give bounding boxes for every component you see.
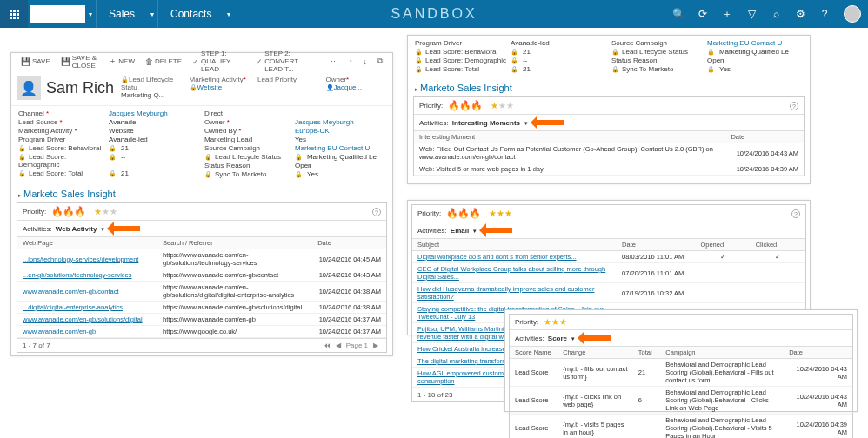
column-header[interactable]: Interesting Moment <box>414 131 725 143</box>
field-row[interactable]: 🔒Lead Score: Total🔒 21 <box>415 65 606 73</box>
table-row[interactable]: ...ions/technology-services/developmenth… <box>17 249 386 269</box>
lock-icon: 🔒 <box>295 154 304 160</box>
column-header[interactable]: Date <box>617 239 695 251</box>
search-icon[interactable]: 🔍 <box>666 8 691 20</box>
field-row[interactable]: Channel *Jacques Meyburgh <box>18 110 199 117</box>
field-row[interactable]: Program DriverAvanade-led <box>18 136 199 143</box>
msi-section-title[interactable]: ▸Marketo Sales Insight <box>11 183 392 201</box>
column-header[interactable]: Change <box>558 347 633 359</box>
field-row[interactable]: Source CampaignMarketing EU Contact U <box>611 39 803 47</box>
table-row[interactable]: Web: Visited 5 or more web pages in 1 da… <box>414 163 804 176</box>
save-button[interactable]: 💾SAVE <box>17 57 55 66</box>
hdr-owner: Owner* 👤Jacque... <box>326 76 388 100</box>
field-row[interactable]: Direct <box>204 110 385 117</box>
column-header[interactable]: Web Page <box>17 237 157 249</box>
table-row[interactable]: ...en-gb/solutions/technology-servicesht… <box>17 269 386 282</box>
field-row[interactable]: 🔒Sync To Marketo🔒 Yes <box>611 65 803 73</box>
priority-placeholder <box>257 83 284 90</box>
table-cell: https://www.google.co.uk/ <box>157 326 312 338</box>
nav-up-icon[interactable]: ↑ <box>344 57 357 66</box>
new-button[interactable]: ＋NEW <box>104 56 139 67</box>
field-row[interactable]: Marketing LeadYes <box>204 136 385 143</box>
field-row[interactable]: Owned By *Europe-UK <box>204 127 385 135</box>
check-icon: ✓ <box>256 57 263 66</box>
pager-next[interactable]: ▶ <box>371 342 381 349</box>
field-row[interactable]: Status ReasonOpen <box>611 56 803 64</box>
table-row[interactable]: Lead Score{my.b - clicks link on web pag… <box>510 387 852 415</box>
field-row[interactable]: 🔒Lead Score: Demographic🔒 -- <box>415 56 606 64</box>
table-row[interactable]: www.avanade.com/en-gbhttps://www.google.… <box>17 326 386 338</box>
help-icon[interactable]: ? <box>372 208 381 216</box>
settings-gear-icon[interactable]: ⚙ <box>788 8 812 20</box>
column-header[interactable]: Clicked <box>751 239 805 251</box>
table-row[interactable]: www.avanade.com/en-gb/solutions/digitalh… <box>17 314 386 326</box>
collapse-icon: ▸ <box>415 86 418 92</box>
table-row[interactable]: Lead Score{my.b - fills out contact us f… <box>510 359 852 387</box>
table-cell: 07/20/2016 11:01 AM <box>617 263 695 283</box>
pager-prev[interactable]: ◀ <box>333 342 344 349</box>
step1-button[interactable]: ✓STEP 1: QUALIFY LEAD <box>188 50 250 73</box>
add-icon[interactable]: ＋ <box>715 7 739 22</box>
save-close-button[interactable]: 💾SAVE & CLOSE <box>57 54 103 70</box>
search-dropdown[interactable]: ▾ <box>85 10 96 18</box>
nav-contacts-chevron[interactable]: ▾ <box>224 10 234 18</box>
field-row[interactable]: 🔒Sync To Marketo🔒 Yes <box>204 170 385 178</box>
filter-icon[interactable]: ▽ <box>739 8 764 20</box>
table-row[interactable]: How did Husqvarna dramatically improve s… <box>412 283 805 303</box>
table-cell: www.avanade.com/en-gb/contact <box>17 282 157 302</box>
field-row[interactable]: 🔒Lead Lifecycle Status🔒 Marketing Qualif… <box>204 153 385 161</box>
web-activity-table: Web PageSearch / ReferrerDate...ions/tec… <box>17 237 386 338</box>
nav-down-icon[interactable]: ↓ <box>359 57 372 66</box>
popout-icon[interactable]: ⧉ <box>373 56 387 66</box>
column-header[interactable]: Date <box>312 237 386 249</box>
table-row[interactable]: Lead Score{my.b - visits 5 pages in an h… <box>510 415 852 439</box>
column-header[interactable]: Campaign <box>660 347 784 359</box>
column-header[interactable]: Opened <box>695 239 750 251</box>
help-icon[interactable]: ? <box>790 102 798 110</box>
msi-section-title[interactable]: ▸Marketo Sales Insight <box>408 77 810 95</box>
table-cell: Behavioral and Demographic Lead Scoring … <box>660 359 784 387</box>
nav-contacts[interactable]: Contacts <box>157 0 224 28</box>
field-row[interactable]: 🔒Lead Score: Behavioral🔒 21 <box>415 48 606 56</box>
field-row[interactable]: 🔒Lead Score: Total🔒 21 <box>18 169 199 177</box>
field-row[interactable]: 🔒Lead Score: Behavioral🔒 21 <box>18 144 199 152</box>
column-header[interactable]: Date <box>784 347 852 359</box>
field-row[interactable]: Source CampaignMarketing EU Contact U <box>204 144 385 152</box>
nav-sales[interactable]: Sales <box>96 0 147 28</box>
column-header[interactable]: Total <box>633 347 661 359</box>
column-header[interactable]: Date <box>725 131 804 143</box>
advanced-find-icon[interactable]: ⌕ <box>764 8 788 20</box>
moments-table: Interesting MomentDateWeb: Filled Out Co… <box>414 131 804 176</box>
step2-button[interactable]: ✓STEP 2: CONVERT LEAD T... <box>251 50 323 73</box>
delete-button[interactable]: 🗑DELETE <box>141 57 186 66</box>
table-cell: Web: Visited 5 or more web pages in 1 da… <box>414 163 725 176</box>
app-launcher[interactable] <box>0 0 28 28</box>
overflow-menu[interactable]: ⋯ <box>326 57 343 66</box>
field-row[interactable]: 🔒Lead Score: Demographic🔒 -- <box>18 153 199 169</box>
global-search-input[interactable] <box>30 5 85 23</box>
table-row[interactable]: www.avanade.com/en-gb/contacthttps://www… <box>17 282 386 302</box>
field-row[interactable]: Program DriverAvanade-led <box>415 39 606 47</box>
field-row[interactable]: Marketing Activity *Website <box>18 127 199 135</box>
field-row[interactable]: Status ReasonOpen <box>204 162 385 169</box>
tab-web-activity[interactable]: Web Activity ▼ <box>56 225 105 233</box>
collapse-icon: ▸ <box>18 192 22 198</box>
recent-icon[interactable]: ⟳ <box>691 8 715 20</box>
help-icon[interactable]: ? <box>812 8 837 20</box>
column-header[interactable]: Subject <box>412 239 617 251</box>
field-row[interactable]: 🔒Lead Lifecycle Status🔒 Marketing Qualif… <box>611 48 803 56</box>
field-row[interactable]: Owner *Jacques Meyburgh <box>204 118 385 126</box>
table-row[interactable]: Web: Filled Out Contact Us Form as Poten… <box>414 143 804 163</box>
tab-interesting-moments[interactable]: Interesting Moments ▼ <box>452 119 529 127</box>
table-row[interactable]: Digital workplace do s and dont s from s… <box>412 251 805 263</box>
column-header[interactable]: Score Name <box>510 347 558 359</box>
nav-sales-chevron[interactable]: ▾ <box>147 10 157 18</box>
help-icon[interactable]: ? <box>791 209 800 218</box>
table-row[interactable]: CEO of Digital Workplace Group talks abo… <box>412 263 805 283</box>
column-header[interactable]: Search / Referrer <box>157 237 312 249</box>
table-row[interactable]: ...digital/digital-enterprise-analyticsh… <box>17 302 386 314</box>
table-cell: 10/24/2016 04:38 AM <box>312 282 386 302</box>
user-avatar[interactable] <box>844 5 861 23</box>
pager-first[interactable]: ⏮ <box>321 342 333 349</box>
field-row[interactable]: Lead Source *Avanade <box>18 118 199 126</box>
